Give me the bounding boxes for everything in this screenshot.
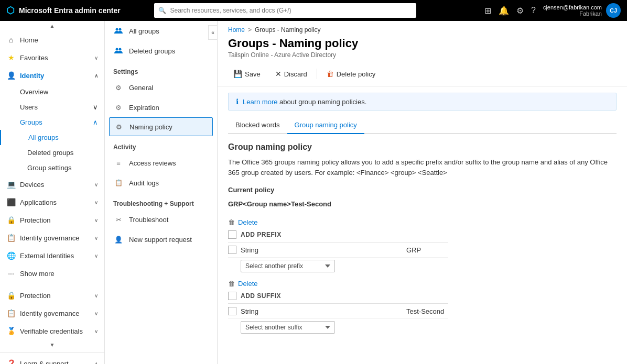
nav2-label: New support request <box>129 236 192 244</box>
chevron-down-icon: ∨ <box>94 55 98 61</box>
sidebar-item-verifiable-credentials[interactable]: 🏅 Verifiable credentials ∨ <box>0 322 104 340</box>
nav2-general[interactable]: ⚙ General <box>105 78 217 97</box>
verifiable-credentials-icon: 🏅 <box>6 326 16 336</box>
all-groups-icon <box>113 26 124 36</box>
sidebar-item-devices[interactable]: 💻 Devices ∨ <box>0 175 104 193</box>
delete-label2[interactable]: Delete <box>238 280 258 288</box>
scroll-down[interactable]: ▼ <box>0 340 104 350</box>
avatar[interactable]: CJ <box>606 3 621 18</box>
svg-point-2 <box>116 48 118 51</box>
delete-icon2: 🗑 <box>228 280 235 288</box>
brand-icon: ⬡ <box>6 5 15 16</box>
prefix-select[interactable]: Select another prefix <box>241 260 335 272</box>
sidebar-item-protection[interactable]: 🔒 Protection ∨ <box>0 211 104 229</box>
sidebar-item-label: Applications <box>20 198 57 206</box>
chevron-up-icon: ∧ <box>93 118 98 126</box>
troubleshoot-icon: ✂ <box>113 214 124 225</box>
nav2-troubleshoot[interactable]: ✂ Troubleshoot <box>105 209 217 229</box>
add-prefix-header: ADD PREFIX <box>228 227 448 242</box>
nav2-label: Expiration <box>129 104 159 112</box>
breadcrumb-home[interactable]: Home <box>228 26 245 34</box>
save-button[interactable]: 💾 Save <box>228 67 266 81</box>
collapse-panel-button[interactable]: « <box>208 25 218 40</box>
nav2-all-groups[interactable]: All groups <box>105 21 217 41</box>
info-banner: ℹ Learn more about group naming policies… <box>228 93 617 111</box>
info-text-after: about group naming policies. <box>279 98 366 106</box>
suffix-string-checkbox[interactable] <box>228 307 236 315</box>
sidebar-item-label: Overview <box>20 88 48 96</box>
sidebar-item-identity-governance2[interactable]: 📋 Identity governance ∨ <box>0 304 104 322</box>
external-identities-icon: 🌐 <box>6 251 16 260</box>
discard-button[interactable]: ✕ Discard <box>270 67 312 81</box>
protection-icon: 🔒 <box>6 215 16 225</box>
sidebar-item-protection2[interactable]: 🔒 Protection ∨ <box>0 286 104 304</box>
sidebar-item-all-groups[interactable]: All groups <box>0 130 104 145</box>
search-bar[interactable]: 🔍 <box>154 3 416 18</box>
sidebar-item-deleted-groups[interactable]: Deleted groups <box>0 145 104 160</box>
sidebar-item-label: Show more <box>20 270 55 278</box>
suffix-select[interactable]: Select another suffix <box>241 321 335 334</box>
nav2-access-reviews[interactable]: ≡ Access reviews <box>105 153 217 173</box>
sidebar-item-external-identities[interactable]: 🌐 External Identities ∨ <box>0 247 104 264</box>
delete-label[interactable]: Delete <box>238 218 258 226</box>
sidebar-item-overview[interactable]: Overview <box>0 84 104 100</box>
chevron-down-icon: ∨ <box>94 311 98 316</box>
nav2-label: Naming policy <box>129 123 172 131</box>
sidebar-item-group-settings[interactable]: Group settings <box>0 160 104 175</box>
nav2-section-troubleshooting: Troubleshooting + Support <box>105 193 217 209</box>
section-desc: The Office 365 groups naming policy allo… <box>228 157 617 178</box>
nav2-section-settings: Settings <box>105 61 217 78</box>
sidebar-item-learn-support[interactable]: ❓ Learn & support ∧ <box>0 355 104 364</box>
search-input[interactable] <box>154 3 416 18</box>
general-icon: ⚙ <box>113 82 124 93</box>
sidebar-item-groups[interactable]: Groups ∧ <box>0 115 104 130</box>
audit-logs-icon: 📋 <box>113 178 124 188</box>
chevron-down-icon: ∨ <box>94 200 98 205</box>
nav2-naming-policy[interactable]: ⚙ Naming policy <box>109 117 213 136</box>
nav2-expiration[interactable]: ⚙ Expiration <box>105 97 217 117</box>
settings-icon[interactable]: ⚙ <box>516 6 524 16</box>
prefix-delete-row: 🗑 Delete <box>228 215 448 227</box>
learn-support-icon: ❓ <box>6 359 16 364</box>
sidebar-item-label: External Identities <box>20 252 74 260</box>
svg-point-1 <box>119 28 122 31</box>
prefix-string-checkbox[interactable] <box>228 246 236 254</box>
new-support-icon: 👤 <box>113 234 124 245</box>
tab-group-naming-policy[interactable]: Group naming policy <box>287 117 364 134</box>
sidebar-item-label: Groups <box>20 118 42 126</box>
suffix-dropdown-row: Select another suffix <box>228 319 448 338</box>
nav2-deleted-groups[interactable]: Deleted groups <box>105 41 217 61</box>
notification-icon[interactable]: 🔔 <box>499 6 509 16</box>
add-prefix-checkbox[interactable] <box>228 230 236 239</box>
delete-policy-icon: 🗑 <box>327 70 334 78</box>
nav2-label: Access reviews <box>129 159 176 167</box>
user-menu[interactable]: cjensen@fabrikan.com Fabrikan CJ <box>543 3 621 18</box>
nav2-label: General <box>129 84 153 92</box>
nav2-new-support[interactable]: 👤 New support request <box>105 229 217 249</box>
chevron-down-icon: ∨ <box>94 293 98 299</box>
portal-icon[interactable]: ⊞ <box>484 6 491 16</box>
help-icon[interactable]: ? <box>531 6 536 15</box>
sidebar-item-identity-governance[interactable]: 📋 Identity governance ∨ <box>0 229 104 247</box>
tab-blocked-words[interactable]: Blocked words <box>228 117 287 134</box>
user-email: cjensen@fabrikan.com <box>543 4 602 10</box>
sidebar-item-favorites[interactable]: ★ Favorites ∨ <box>0 49 104 67</box>
nav2-audit-logs[interactable]: 📋 Audit logs <box>105 173 217 193</box>
sidebar-item-identity[interactable]: 👤 Identity ∧ <box>0 67 104 84</box>
sidebar-item-show-more[interactable]: ··· Show more <box>0 264 104 282</box>
brand: ⬡ Microsoft Entra admin center <box>6 5 121 16</box>
ellipsis-icon: ··· <box>6 269 16 278</box>
sidebar-item-home[interactable]: ⌂ Home <box>0 31 104 49</box>
delete-policy-button[interactable]: 🗑 Delete policy <box>321 67 381 81</box>
scroll-up[interactable]: ▲ <box>0 21 104 31</box>
sidebar-item-users[interactable]: Users ∨ <box>0 100 104 115</box>
info-icon: ℹ <box>236 97 239 106</box>
sidebar-item-label: Learn & support <box>20 360 69 365</box>
add-suffix-checkbox[interactable] <box>228 292 236 300</box>
suffix-string-label: String <box>241 307 402 315</box>
current-policy-value: GRP<Group name>Test-Second <box>228 200 617 208</box>
sidebar-item-label: Verifiable credentials <box>20 327 83 335</box>
sidebar-item-applications[interactable]: ⬛ Applications ∨ <box>0 193 104 211</box>
learn-more-link[interactable]: Learn more <box>243 98 277 106</box>
sidebar-item-label: Protection <box>20 216 51 224</box>
